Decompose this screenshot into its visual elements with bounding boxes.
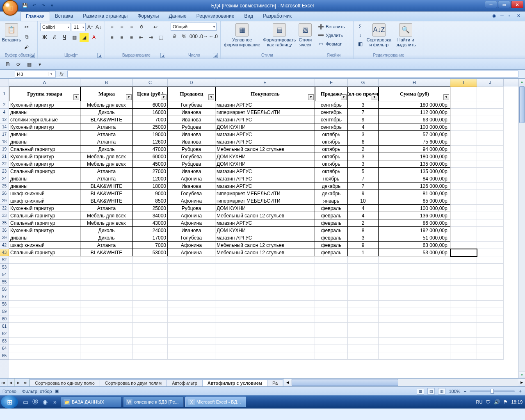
- cell[interactable]: Иванова: [168, 183, 215, 190]
- ribbon-tab-4[interactable]: Данные: [164, 11, 191, 21]
- view-break-icon[interactable]: ▥: [438, 388, 445, 395]
- cell[interactable]: Кухонный гарнитур: [9, 153, 80, 160]
- cell[interactable]: октябрь: [315, 131, 348, 138]
- tray-flag-icon[interactable]: ⚑: [503, 399, 508, 405]
- cell[interactable]: [477, 323, 504, 330]
- cell[interactable]: [450, 116, 477, 123]
- row-header[interactable]: 57: [0, 293, 9, 301]
- cell[interactable]: февраль: [315, 219, 348, 227]
- align-center-icon[interactable]: ≡: [117, 33, 126, 42]
- cell[interactable]: [379, 352, 450, 360]
- cell[interactable]: 43000: [133, 219, 168, 227]
- cell[interactable]: [9, 308, 80, 315]
- cell[interactable]: Атланта: [80, 242, 133, 249]
- cell[interactable]: [168, 330, 215, 338]
- cell[interactable]: BLAK&WHITE: [80, 183, 133, 190]
- cell[interactable]: [450, 293, 477, 301]
- cell[interactable]: 7: [348, 183, 379, 190]
- cell[interactable]: [9, 323, 80, 330]
- cell[interactable]: [168, 271, 215, 278]
- cell[interactable]: 100 000,00р.: [379, 123, 450, 131]
- pin-browser-icon[interactable]: ⓔ: [31, 397, 39, 406]
- cell[interactable]: шкаф книжный: [9, 242, 80, 249]
- scroll-up-icon[interactable]: ▲: [519, 79, 525, 85]
- ribbon-tab-5[interactable]: Рецензирование: [192, 11, 240, 21]
- cell-area[interactable]: Группа товара▾Марка▾Цена (руб.)▾Продавец…: [9, 87, 518, 378]
- cell[interactable]: [9, 271, 80, 278]
- cell[interactable]: 60000: [133, 153, 168, 160]
- cell[interactable]: [315, 264, 348, 271]
- cell[interactable]: февраль: [315, 249, 348, 256]
- name-box[interactable]: I43: [15, 71, 56, 78]
- cell[interactable]: [168, 286, 215, 293]
- cell[interactable]: [215, 352, 315, 360]
- cell[interactable]: [80, 323, 133, 330]
- cell[interactable]: [80, 345, 133, 352]
- cell[interactable]: Иванова: [168, 138, 215, 146]
- cell[interactable]: Мебель для всех: [80, 160, 133, 168]
- col-header-J[interactable]: J: [477, 79, 504, 87]
- cell[interactable]: ДОМ КУХНИ: [215, 123, 315, 131]
- cell[interactable]: февраль: [315, 205, 348, 212]
- row-header[interactable]: 61: [0, 323, 9, 330]
- cell[interactable]: 3: [348, 234, 379, 242]
- cell[interactable]: Мебельный салон 12 стульев: [215, 242, 315, 249]
- cut-icon[interactable]: ✂: [22, 23, 31, 32]
- help-icon[interactable]: ◉: [492, 13, 498, 19]
- cell[interactable]: [348, 301, 379, 308]
- col-header-H[interactable]: H: [379, 79, 450, 87]
- format-cells-button[interactable]: ▭Формат: [317, 40, 346, 48]
- cell[interactable]: [450, 212, 477, 219]
- cell[interactable]: [477, 160, 504, 168]
- cell[interactable]: [348, 308, 379, 315]
- cell[interactable]: октябрь: [315, 138, 348, 146]
- sheet-tab[interactable]: Ра: [267, 379, 283, 386]
- cell[interactable]: [80, 278, 133, 286]
- sheet-tab[interactable]: Сортировка по одному полю: [30, 379, 100, 386]
- fill-button[interactable]: ↓: [356, 31, 364, 39]
- sheet-nav-next-icon[interactable]: ▶: [15, 379, 22, 386]
- cell[interactable]: [477, 212, 504, 219]
- cell[interactable]: [477, 87, 504, 101]
- view-normal-icon[interactable]: ▦: [417, 388, 424, 395]
- cell[interactable]: Атланта: [80, 205, 133, 212]
- cell[interactable]: [215, 308, 315, 315]
- cell[interactable]: [477, 138, 504, 146]
- cell[interactable]: декабрь: [315, 190, 348, 197]
- indent-increase-icon[interactable]: ⇥: [146, 33, 155, 42]
- cell[interactable]: [168, 278, 215, 286]
- cell[interactable]: 10: [348, 197, 379, 205]
- pin-chevron-icon[interactable]: »: [51, 397, 59, 406]
- cell[interactable]: магазин АРГУС: [215, 101, 315, 109]
- formula-input[interactable]: [67, 71, 518, 78]
- cell[interactable]: [348, 256, 379, 264]
- cell[interactable]: [348, 352, 379, 360]
- cell[interactable]: Афонина: [168, 219, 215, 227]
- cell[interactable]: 7: [348, 109, 379, 116]
- cell[interactable]: [9, 345, 80, 352]
- row-header[interactable]: 26: [0, 190, 9, 197]
- cell[interactable]: диваны: [9, 131, 80, 138]
- italic-button[interactable]: К: [50, 33, 59, 42]
- cell[interactable]: диваны: [9, 138, 80, 146]
- cell[interactable]: 85 000,00р.: [379, 197, 450, 205]
- cell[interactable]: [9, 256, 80, 264]
- cell[interactable]: магазин АРГУС: [215, 138, 315, 146]
- cell[interactable]: [168, 256, 215, 264]
- ribbon-minimize-icon[interactable]: ─: [500, 13, 506, 19]
- taskbar-task[interactable]: Wописание к БДЗ [Ре...: [123, 397, 184, 407]
- cell[interactable]: февраль: [315, 212, 348, 219]
- cell[interactable]: 8500: [133, 197, 168, 205]
- cell[interactable]: Афонина: [168, 242, 215, 249]
- cell[interactable]: Голубева: [168, 234, 215, 242]
- cell[interactable]: [133, 301, 168, 308]
- cell[interactable]: [450, 234, 477, 242]
- qat2-refresh-icon[interactable]: ⟳: [14, 60, 23, 69]
- cell[interactable]: [477, 146, 504, 153]
- cell[interactable]: [133, 308, 168, 315]
- cell[interactable]: гипермаркет МЕБЕЛЬСИТИ: [215, 197, 315, 205]
- hscroll-right-icon[interactable]: ▶: [518, 379, 525, 386]
- col-header-I[interactable]: I: [450, 79, 477, 87]
- cell[interactable]: [477, 338, 504, 345]
- cell[interactable]: Продавец▾: [168, 87, 215, 101]
